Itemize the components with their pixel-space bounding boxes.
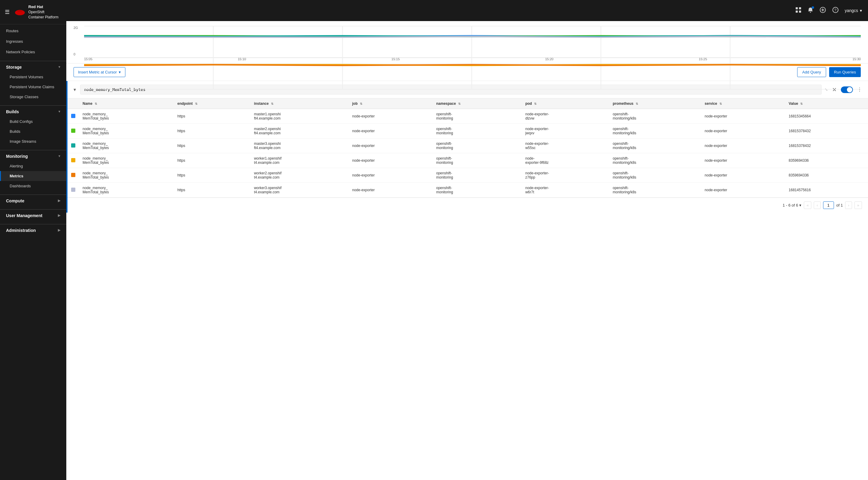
- row-service-0: node-exporter: [701, 109, 785, 124]
- builds-chevron-icon: ▾: [59, 110, 60, 113]
- row-name-4: node_memory_ MemTotal_bytes: [79, 168, 174, 183]
- row-color-3: [67, 153, 79, 168]
- row-color-0: [67, 109, 79, 124]
- row-namespace-1: openshift- monitoring: [433, 124, 522, 139]
- query-panel: ▾ ⤡ ✕ ⋮ Name ⇅ endpoint ⇅: [66, 81, 868, 213]
- sidebar-compute-section: Compute ▶: [0, 192, 66, 207]
- row-namespace-0: openshift- monitoring: [433, 109, 522, 124]
- page-prev-button[interactable]: ‹: [814, 201, 820, 209]
- row-pod-0: node-exporter- dlzvw: [522, 109, 609, 124]
- row-prometheus-4: openshift- monitoring/k8s: [609, 168, 701, 183]
- row-endpoint-5: https: [174, 183, 250, 198]
- table-row: node_memory_ MemTotal_bytes https worker…: [67, 153, 868, 168]
- sidebar-item-persistent-volumes[interactable]: Persistent Volumes: [0, 72, 66, 82]
- row-instance-5: worker3.openshif t4.example.com: [250, 183, 349, 198]
- row-namespace-4: openshift- monitoring: [433, 168, 522, 183]
- th-value[interactable]: Value ⇅: [785, 99, 868, 109]
- sidebar-admin-section: Administration ▶: [0, 221, 66, 236]
- table-row: node_memory_ MemTotal_bytes https master…: [67, 139, 868, 153]
- th-prometheus[interactable]: prometheus ⇅: [609, 99, 701, 109]
- th-job[interactable]: job ⇅: [348, 99, 433, 109]
- row-namespace-2: openshift- monitoring: [433, 139, 522, 153]
- row-job-3: node-exporter: [348, 153, 433, 168]
- page-last-button[interactable]: »: [855, 201, 862, 209]
- chart-y-max: 2G: [73, 26, 83, 30]
- query-toggle[interactable]: [841, 87, 853, 93]
- row-endpoint-1: https: [174, 124, 250, 139]
- page-input[interactable]: [823, 201, 834, 209]
- sidebar-item-builds[interactable]: Builds: [0, 127, 66, 136]
- row-pod-1: node-exporter- jwqxv: [522, 124, 609, 139]
- toggle-knob: [847, 87, 852, 93]
- row-job-5: node-exporter: [348, 183, 433, 198]
- svg-point-5: [810, 12, 811, 12]
- sidebar-item-ingresses[interactable]: Ingresses: [0, 36, 66, 47]
- sidebar-item-dashboards[interactable]: Dashboards: [0, 181, 66, 191]
- chart-y-min: 0: [73, 53, 83, 56]
- notification-badge: [812, 6, 814, 9]
- help-icon[interactable]: ?: [832, 7, 839, 15]
- chart-y-labels: 2G 0: [73, 26, 83, 56]
- row-job-4: node-exporter: [348, 168, 433, 183]
- row-pod-5: node-exporter- w6r7t: [522, 183, 609, 198]
- hamburger-icon[interactable]: ☰: [5, 9, 10, 15]
- username-label: yangcs: [845, 8, 858, 13]
- sidebar-item-image-streams[interactable]: Image Streams: [0, 136, 66, 146]
- row-endpoint-4: https: [174, 168, 250, 183]
- page-first-button[interactable]: «: [804, 201, 811, 209]
- th-endpoint[interactable]: endpoint ⇅: [174, 99, 250, 109]
- row-value-0: 16815345664: [785, 109, 868, 124]
- th-pod[interactable]: pod ⇅: [522, 99, 609, 109]
- pagination: 1 - 6 of 6 ▾ « ‹ of 1 › »: [67, 198, 868, 213]
- user-mgmt-chevron-icon: ▶: [58, 213, 60, 217]
- row-value-5: 16814575616: [785, 183, 868, 198]
- page-of-label: of 1: [836, 203, 843, 207]
- metrics-chart: 2G 0: [73, 26, 861, 56]
- row-prometheus-1: openshift- monitoring/k8s: [609, 124, 701, 139]
- sidebar-user-management-header[interactable]: User Management ▶: [0, 209, 66, 220]
- sidebar-user-mgmt-section: User Management ▶: [0, 207, 66, 221]
- row-namespace-3: openshift- monitoring: [433, 153, 522, 168]
- th-service[interactable]: service ⇅: [701, 99, 785, 109]
- sidebar-administration-header[interactable]: Administration ▶: [0, 224, 66, 235]
- row-value-4: 8359694336: [785, 168, 868, 183]
- results-table-container: Name ⇅ endpoint ⇅ instance ⇅ job ⇅ names…: [67, 99, 868, 198]
- page-next-button[interactable]: ›: [845, 201, 852, 209]
- sidebar-item-metrics[interactable]: Metrics: [0, 171, 66, 181]
- add-icon[interactable]: [819, 7, 826, 15]
- row-pod-4: node-exporter- z76pp: [522, 168, 609, 183]
- sidebar-network-section: Routes Ingresses Network Policies: [0, 24, 66, 59]
- top-navbar: ? yangcs ▾: [66, 0, 868, 21]
- row-service-3: node-exporter: [701, 153, 785, 168]
- row-instance-1: master2.openshi ft4.example.com: [250, 124, 349, 139]
- results-table: Name ⇅ endpoint ⇅ instance ⇅ job ⇅ names…: [67, 99, 868, 198]
- user-menu[interactable]: yangcs ▾: [845, 8, 862, 13]
- query-expand-button[interactable]: ▾: [72, 85, 77, 94]
- user-dropdown-icon: ▾: [860, 8, 862, 13]
- pagination-range[interactable]: 1 - 6 of 6 ▾: [783, 203, 801, 207]
- row-value-2: 16815378432: [785, 139, 868, 153]
- sidebar-item-network-policies[interactable]: Network Policies: [0, 47, 66, 57]
- chart-area: 2G 0: [66, 21, 868, 64]
- sidebar-monitoring-header[interactable]: Monitoring ▾: [0, 150, 66, 161]
- sidebar-item-storage-classes[interactable]: Storage Classes: [0, 92, 66, 102]
- row-instance-0: master1.openshi ft4.example.com: [250, 109, 349, 124]
- th-instance[interactable]: instance ⇅: [250, 99, 349, 109]
- chart-svg: [84, 26, 861, 90]
- admin-chevron-icon: ▶: [58, 228, 60, 232]
- sidebar-item-persistent-volume-claims[interactable]: Persistent Volume Claims: [0, 82, 66, 92]
- notification-icon[interactable]: [807, 7, 813, 14]
- sidebar-storage-header[interactable]: Storage ▾: [0, 61, 66, 72]
- sidebar-item-routes[interactable]: Routes: [0, 26, 66, 36]
- th-namespace[interactable]: namespace ⇅: [433, 99, 522, 109]
- sidebar-item-alerting[interactable]: Alerting: [0, 161, 66, 171]
- grid-icon[interactable]: [795, 7, 801, 14]
- sidebar-compute-header[interactable]: Compute ▶: [0, 195, 66, 206]
- row-job-1: node-exporter: [348, 124, 433, 139]
- pagination-range-label: 1 - 6 of 6: [783, 203, 798, 207]
- svg-rect-4: [799, 10, 801, 13]
- th-name[interactable]: Name ⇅: [79, 99, 174, 109]
- row-name-0: node_memory_ MemTotal_bytes: [79, 109, 174, 124]
- sidebar-item-build-configs[interactable]: Build Configs: [0, 116, 66, 127]
- sidebar-builds-header[interactable]: Builds ▾: [0, 105, 66, 116]
